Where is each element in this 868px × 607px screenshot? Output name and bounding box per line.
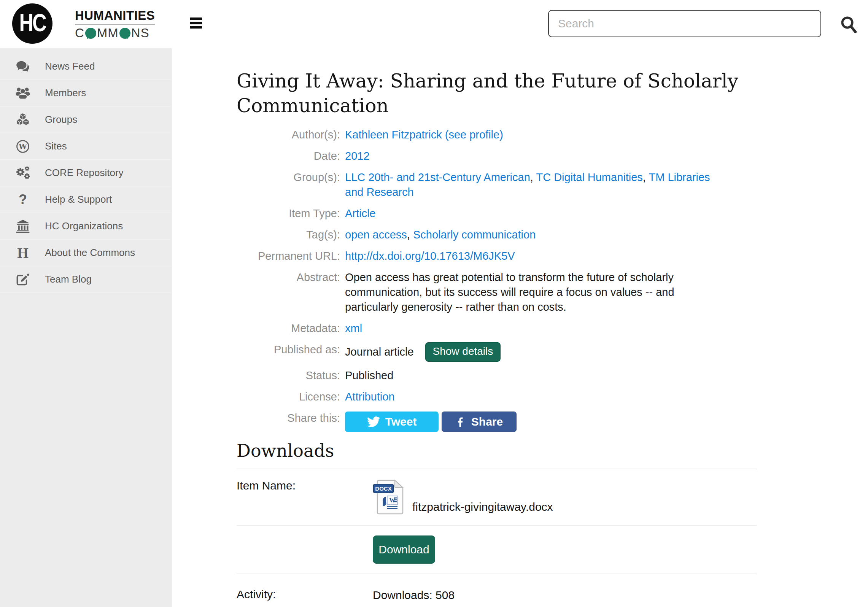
- activity-row: Activity: Downloads: 508: [237, 574, 757, 602]
- sidebar-item-label: About the Commons: [45, 247, 135, 259]
- sidebar-item-members[interactable]: Members: [0, 80, 171, 106]
- status-value: Published: [345, 368, 712, 383]
- date-link[interactable]: 2012: [345, 150, 370, 162]
- speech-bubble-icon: [85, 28, 96, 39]
- groups-row: Group(s): LLC 20th- and 21st-Century Ame…: [237, 170, 868, 200]
- metadata-label: Metadata:: [237, 321, 340, 336]
- sidebar-item-label: Members: [45, 87, 86, 99]
- comments-icon: [12, 59, 33, 75]
- tag-link[interactable]: Scholarly communication: [413, 229, 536, 241]
- sidebar-item-help-support[interactable]: ? Help & Support: [0, 186, 171, 213]
- h-icon: H: [12, 245, 33, 261]
- author-row: Author(s): Kathleen Fitzpatrick (see pro…: [237, 127, 868, 142]
- license-link[interactable]: Attribution: [345, 391, 395, 403]
- brand-seg: MM: [97, 26, 119, 40]
- header: HC HUMANITIES CMMNS: [0, 0, 868, 48]
- sidebar-item-label: Team Blog: [45, 273, 92, 285]
- groups-label: Group(s):: [237, 170, 340, 200]
- hc-logo[interactable]: HC: [12, 3, 52, 44]
- item-metadata: Author(s): Kathleen Fitzpatrick (see pro…: [237, 127, 868, 432]
- license-label: License:: [237, 389, 340, 404]
- members-icon: [12, 85, 33, 101]
- group-link[interactable]: LLC 20th- and 21st-Century American: [345, 171, 530, 183]
- permanent-url-label: Permanent URL:: [237, 249, 340, 264]
- downloads-section: Downloads Item Name: DOCX W: [237, 440, 757, 602]
- item-type-row: Item Type: Article: [237, 206, 868, 221]
- share-this-label: Share this:: [237, 411, 340, 432]
- sidebar-item-news-feed[interactable]: News Feed: [0, 53, 171, 80]
- wordpress-icon: W: [12, 138, 33, 154]
- tags-row: Tag(s): open access, Scholarly communica…: [237, 227, 868, 242]
- item-type-label: Item Type:: [237, 206, 340, 221]
- tweet-button[interactable]: Tweet: [345, 412, 439, 432]
- brand-humanities: HUMANITIES: [75, 8, 155, 23]
- author-label: Author(s):: [237, 127, 340, 142]
- sidebar-item-label: CORE Repository: [45, 167, 124, 179]
- download-button[interactable]: Download: [373, 535, 435, 564]
- search-input[interactable]: [548, 10, 821, 37]
- download-row: Download: [237, 526, 757, 574]
- page-title: Giving It Away: Sharing and the Future o…: [237, 69, 742, 118]
- gears-icon: [12, 165, 33, 181]
- file-name: fitzpatrick-givingitaway.docx: [412, 501, 553, 515]
- sidebar-item-label: Help & Support: [45, 194, 112, 205]
- edit-icon: [12, 272, 33, 288]
- item-type-link[interactable]: Article: [345, 207, 376, 219]
- metadata-xml-link[interactable]: xml: [345, 322, 362, 334]
- activity-value: Downloads: 508: [373, 588, 757, 602]
- tags-label: Tag(s):: [237, 227, 340, 242]
- author-link[interactable]: Kathleen Fitzpatrick (see profile): [345, 129, 503, 141]
- facebook-share-button[interactable]: Share: [442, 412, 517, 432]
- sidebar-item-groups[interactable]: Groups: [0, 106, 171, 133]
- svg-text:DOCX: DOCX: [375, 485, 391, 492]
- sidebar-item-hc-organizations[interactable]: HC Organizations: [0, 213, 171, 240]
- docx-file-icon[interactable]: DOCX W: [373, 479, 405, 515]
- share-row: Share this: Tweet Share: [237, 411, 868, 432]
- activity-label: Activity:: [237, 588, 367, 602]
- question-icon: ?: [12, 192, 33, 208]
- sidebar-item-core-repository[interactable]: CORE Repository: [0, 160, 171, 186]
- search-icon[interactable]: [838, 14, 860, 36]
- bank-icon: [12, 218, 33, 234]
- group-link[interactable]: TC Digital Humanities: [536, 171, 642, 183]
- metadata-row: Metadata: xml: [237, 321, 868, 336]
- status-label: Status:: [237, 368, 340, 383]
- item-name-label: Item Name:: [237, 479, 367, 515]
- facebook-icon: [455, 416, 466, 427]
- sidebar-item-about-the-commons[interactable]: H About the Commons: [0, 240, 171, 266]
- main-content: Giving It Away: Sharing and the Future o…: [172, 48, 868, 602]
- cubes-icon: [12, 112, 33, 128]
- brand-wordmark[interactable]: HUMANITIES CMMNS: [75, 8, 155, 40]
- permanent-url-link[interactable]: http://dx.doi.org/10.17613/M6JK5V: [345, 250, 515, 262]
- show-details-button[interactable]: Show details: [425, 342, 501, 362]
- permanent-url-row: Permanent URL: http://dx.doi.org/10.1761…: [237, 249, 868, 264]
- abstract-row: Abstract: Open access has great potentia…: [237, 270, 868, 315]
- sidebar-item-label: Groups: [45, 114, 77, 126]
- hc-logo-monogram: HC: [19, 8, 45, 39]
- status-row: Status: Published: [237, 368, 868, 383]
- humanities-commons-page: HC HUMANITIES CMMNS: [0, 0, 868, 607]
- date-row: Date: 2012: [237, 149, 868, 164]
- abstract-label: Abstract:: [237, 270, 340, 315]
- date-label: Date:: [237, 149, 340, 164]
- twitter-icon: [367, 415, 380, 428]
- speech-bubble-icon: [119, 28, 130, 39]
- svg-text:W: W: [18, 142, 27, 151]
- tag-link[interactable]: open access: [345, 229, 407, 241]
- published-as-value: Journal article: [345, 345, 414, 359]
- sidebar-item-label: Sites: [45, 140, 67, 152]
- brand-commons: CMMNS: [75, 27, 155, 40]
- brand-seg: C: [75, 26, 84, 40]
- brand-seg: NS: [131, 26, 149, 40]
- brand-divider: [75, 24, 155, 25]
- abstract-text: Open access has great potential to trans…: [345, 270, 712, 315]
- sidebar-item-label: HC Organizations: [45, 220, 123, 232]
- downloads-heading: Downloads: [237, 440, 757, 461]
- published-as-row: Published as: Journal article Show detai…: [237, 342, 868, 362]
- sidebar: News Feed Members: [0, 48, 172, 607]
- sidebar-item-team-blog[interactable]: Team Blog: [0, 266, 171, 293]
- published-as-label: Published as:: [237, 342, 340, 362]
- item-name-row: Item Name: DOCX W: [237, 469, 757, 525]
- hamburger-menu-icon[interactable]: [190, 17, 202, 30]
- sidebar-item-sites[interactable]: W Sites: [0, 133, 171, 160]
